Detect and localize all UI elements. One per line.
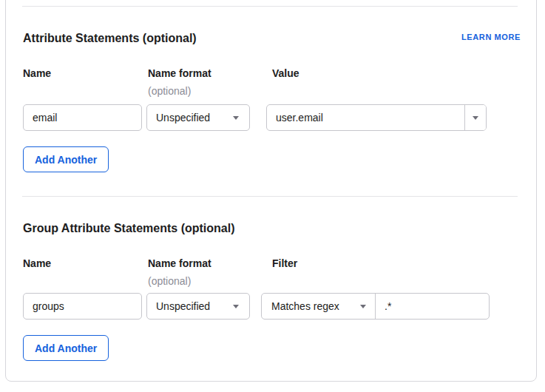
group-name-format-select[interactable]: Unspecified bbox=[146, 293, 250, 320]
group-filter-type-select[interactable]: Matches regex bbox=[262, 294, 376, 319]
group-name-format-optional-hint: (optional) bbox=[148, 275, 191, 288]
group-name-input[interactable] bbox=[23, 293, 142, 320]
attr-name-format-select-value: Unspecified bbox=[156, 112, 233, 124]
caret-down-icon bbox=[233, 116, 239, 120]
attr-value-column-header: Value bbox=[272, 67, 299, 80]
attr-value-combo-field bbox=[266, 104, 487, 131]
attr-name-column-header: Name bbox=[23, 67, 51, 80]
settings-card bbox=[5, 0, 537, 382]
group-filter-value-input[interactable] bbox=[376, 294, 489, 319]
group-attribute-statements-title: Group Attribute Statements (optional) bbox=[23, 221, 235, 236]
group-filter-column-header: Filter bbox=[272, 257, 297, 270]
group-name-column-header: Name bbox=[23, 257, 51, 270]
attr-name-format-column-header: Name format bbox=[148, 67, 211, 80]
section-divider-middle bbox=[22, 196, 518, 197]
attr-add-another-button[interactable]: Add Another bbox=[23, 146, 109, 172]
group-name-format-column-header: Name format bbox=[148, 257, 211, 270]
attr-value-dropdown-button[interactable] bbox=[464, 105, 486, 130]
group-name-format-select-value: Unspecified bbox=[156, 300, 233, 312]
attr-name-input[interactable] bbox=[23, 104, 142, 131]
attr-value-input[interactable] bbox=[267, 105, 464, 130]
caret-down-icon bbox=[360, 305, 366, 308]
saml-settings-page: Attribute Statements (optional) LEARN MO… bbox=[0, 0, 545, 392]
attr-name-format-select[interactable]: Unspecified bbox=[146, 104, 250, 131]
attr-name-format-optional-hint: (optional) bbox=[148, 85, 191, 98]
learn-more-link[interactable]: LEARN MORE bbox=[461, 33, 521, 41]
section-divider-top bbox=[22, 6, 518, 7]
attribute-statements-title: Attribute Statements (optional) bbox=[23, 31, 197, 46]
caret-down-icon bbox=[233, 305, 239, 308]
group-filter-type-select-value: Matches regex bbox=[271, 300, 360, 312]
group-add-another-button[interactable]: Add Another bbox=[23, 335, 109, 361]
group-filter-combo-field: Matches regex bbox=[261, 293, 490, 320]
caret-down-icon bbox=[473, 116, 478, 120]
